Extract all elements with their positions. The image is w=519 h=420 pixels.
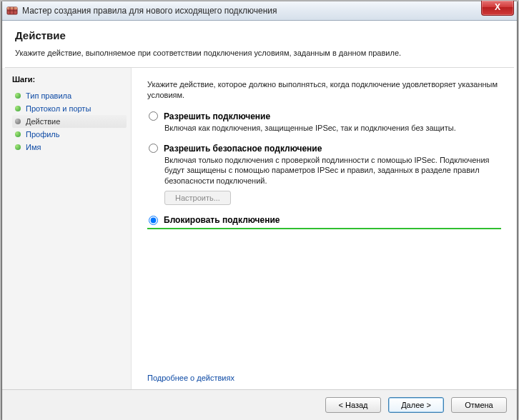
- step-link[interactable]: Профиль: [26, 130, 60, 139]
- option-label[interactable]: Разрешить подключение: [149, 111, 501, 121]
- step-link[interactable]: Тип правила: [26, 91, 71, 100]
- option-allow-connection: Разрешить подключение Включая как подклю…: [147, 111, 501, 134]
- back-button[interactable]: < Назад: [325, 397, 381, 413]
- steps-heading: Шаги:: [12, 75, 127, 84]
- radio-allow-secure-connection[interactable]: [149, 144, 158, 153]
- step-profile[interactable]: Профиль: [12, 128, 127, 141]
- bullet-icon: [15, 131, 21, 137]
- close-icon: X: [495, 2, 500, 12]
- bullet-icon: [15, 144, 21, 150]
- wizard-window: Мастер создания правила для нового исход…: [1, 1, 518, 420]
- step-action[interactable]: Действие: [12, 115, 127, 128]
- steps-sidebar: Шаги: Тип правила Протокол и порты Дейст…: [2, 68, 131, 389]
- titlebar[interactable]: Мастер создания правила для нового исход…: [2, 1, 517, 21]
- step-link[interactable]: Протокол и порты: [26, 104, 91, 113]
- page-subtitle: Укажите действие, выполняемое при соотве…: [15, 49, 504, 57]
- page-title: Действие: [15, 29, 504, 41]
- bullet-icon: [15, 106, 21, 111]
- learn-more: Подробнее о действиях: [147, 374, 234, 382]
- step-link[interactable]: Имя: [26, 143, 41, 151]
- close-button[interactable]: X: [481, 1, 514, 16]
- step-rule-type[interactable]: Тип правила: [12, 89, 127, 102]
- content-intro: Укажите действие, которое должно выполня…: [147, 79, 501, 101]
- radio-allow-connection[interactable]: [149, 111, 158, 121]
- window-title: Мастер создания правила для нового исход…: [22, 6, 277, 16]
- next-button[interactable]: Далее >: [388, 397, 444, 413]
- step-name[interactable]: Имя: [12, 141, 127, 154]
- wizard-footer: < Назад Далее > Отмена: [2, 389, 517, 420]
- option-label[interactable]: Разрешить безопасное подключение: [149, 144, 501, 154]
- wizard-header: Действие Укажите действие, выполняемое п…: [2, 21, 517, 63]
- option-title: Разрешить подключение: [164, 111, 270, 121]
- wizard-content: Укажите действие, которое должно выполня…: [131, 68, 517, 389]
- configure-button: Настроить...: [164, 191, 231, 205]
- option-desc: Включая только подключения с проверкой п…: [164, 155, 501, 187]
- bullet-icon: [15, 93, 21, 99]
- option-title: Разрешить безопасное подключение: [164, 144, 322, 154]
- option-desc: Включая как подключения, защищенные IPSe…: [164, 123, 501, 134]
- option-block-connection: Блокировать подключение: [147, 215, 501, 229]
- svg-rect-1: [7, 7, 17, 9]
- radio-block-connection[interactable]: [149, 216, 158, 225]
- wizard-body: Шаги: Тип правила Протокол и порты Дейст…: [2, 68, 517, 389]
- option-allow-secure-connection: Разрешить безопасное подключение Включая…: [147, 144, 501, 206]
- option-title: Блокировать подключение: [164, 215, 280, 225]
- step-label: Действие: [26, 117, 60, 126]
- step-protocol-ports[interactable]: Протокол и порты: [12, 102, 127, 115]
- cancel-button[interactable]: Отмена: [451, 397, 507, 413]
- bullet-icon: [15, 119, 21, 124]
- firewall-icon: [6, 5, 18, 16]
- option-label[interactable]: Блокировать подключение: [149, 215, 501, 225]
- learn-more-link[interactable]: Подробнее о действиях: [147, 374, 234, 382]
